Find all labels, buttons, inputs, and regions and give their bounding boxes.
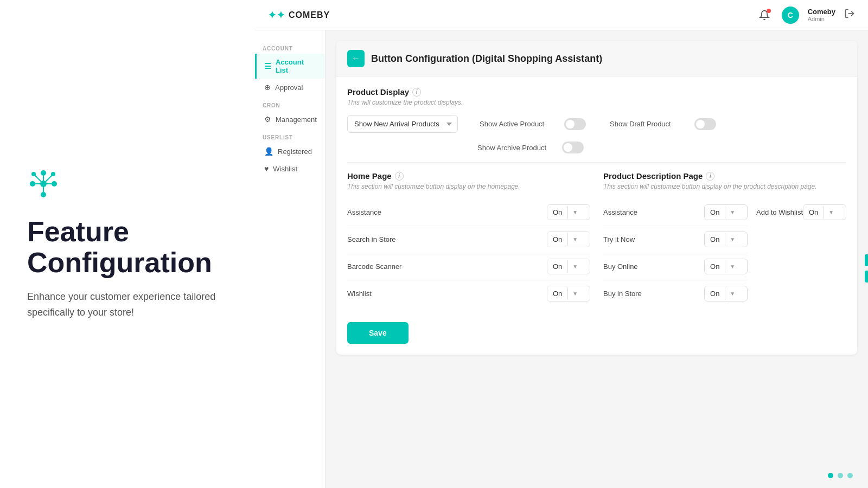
assistance-home-select[interactable]: On ▼ [547, 204, 590, 220]
search-home-select[interactable]: On ▼ [547, 232, 590, 247]
notification-dot [767, 9, 771, 13]
marketing-subtitle: Enhance your customer experience tailore… [27, 289, 228, 320]
product-desc-page-section: Product Description Page i This section … [603, 171, 846, 307]
chevron-down-icon[interactable]: ▼ [567, 206, 582, 219]
select-value: On [705, 232, 725, 247]
home-page-info-icon: i [395, 172, 404, 181]
sidebar-label-userlist: USERLIST [255, 130, 325, 143]
show-active-toggle[interactable] [564, 118, 586, 130]
user-role: Admin [808, 16, 835, 22]
bottom-dots [828, 473, 853, 478]
feature-label: Wishlist [347, 290, 547, 298]
feature-row-try-it-now: Try it Now On ▼ [603, 226, 748, 253]
show-archive-toggle-row: Show Archive Product [477, 142, 586, 153]
approval-icon: ⊕ [264, 83, 271, 92]
dot-2 [838, 473, 843, 478]
feature-label: Add to Wishlist [756, 208, 803, 216]
sidebar-section-account: ACCOUNT ☰ Account List ⊕ Approval [255, 41, 325, 96]
back-button[interactable]: ← [347, 50, 365, 67]
chevron-down-icon[interactable]: ▼ [567, 287, 582, 300]
svg-point-11 [31, 172, 36, 176]
select-value: On [705, 286, 725, 301]
feature-label: Assistance [603, 208, 704, 216]
buy-online-select[interactable]: On ▼ [704, 259, 748, 274]
chevron-down-icon[interactable]: ▼ [725, 260, 739, 273]
show-draft-label: Show Draft Product [610, 120, 686, 128]
feature-row-add-to-wishlist: Add to Wishlist On ▼ [756, 199, 846, 226]
assistance-desc-select[interactable]: On ▼ [704, 204, 748, 220]
toggle-thumb [696, 120, 705, 129]
svg-point-12 [51, 172, 55, 176]
sidebar-item-label: Account List [276, 58, 317, 74]
show-draft-toggle[interactable] [694, 118, 716, 130]
account-list-icon: ☰ [264, 62, 271, 70]
toggle-bg [562, 142, 584, 153]
main-content: ← Button Configuration (Digital Shopping… [326, 30, 868, 488]
add-to-wishlist-select[interactable]: On ▼ [803, 204, 846, 220]
chevron-down-icon[interactable]: ▼ [725, 206, 739, 219]
home-page-section: Home Page i This section will customize … [347, 171, 590, 307]
feature-row-assistance-home: Assistance On ▼ [347, 199, 590, 226]
chevron-down-icon[interactable]: ▼ [567, 233, 582, 246]
select-value: On [547, 205, 567, 220]
app-body: ACCOUNT ☰ Account List ⊕ Approval CRON ⚙… [255, 30, 868, 488]
barcode-home-select[interactable]: On ▼ [547, 259, 590, 274]
buy-in-store-select[interactable]: On ▼ [704, 286, 748, 301]
feature-row-assistance-desc: Assistance On ▼ [603, 199, 748, 226]
product-display-desc: This will customize the product displays… [347, 99, 846, 106]
feature-row-buy-online: Buy Online On ▼ [603, 253, 748, 280]
notification-button[interactable] [756, 7, 773, 24]
registered-icon: 👤 [264, 147, 273, 156]
select-value: On [705, 205, 725, 220]
page-title: Button Configuration (Digital Shopping A… [371, 53, 602, 65]
show-archive-toggle[interactable] [562, 142, 584, 153]
chevron-down-icon[interactable]: ▼ [725, 287, 739, 300]
toggle-bg [694, 118, 716, 130]
toggle-bg [564, 118, 586, 130]
card-header: ← Button Configuration (Digital Shopping… [336, 41, 857, 76]
feature-row-search: Search in Store On ▼ [347, 226, 590, 253]
product-desc-info-icon: i [706, 172, 714, 181]
navbar-right: C Comeby Admin [756, 7, 855, 24]
feature-row-barcode: Barcode Scanner On ▼ [347, 253, 590, 280]
marketing-title: Feature Configuration [27, 216, 228, 278]
sidebar: ACCOUNT ☰ Account List ⊕ Approval CRON ⚙… [255, 30, 326, 488]
side-line-2 [865, 271, 868, 282]
sidebar-item-label: Wishlist [273, 165, 297, 173]
sidebar-item-label: Management [276, 115, 317, 124]
sidebar-item-wishlist[interactable]: ♥ Wishlist [255, 160, 325, 177]
product-display-dropdown[interactable]: Show New Arrival Products Show All Produ… [347, 115, 458, 133]
toggle-thumb [566, 120, 575, 129]
svg-line-10 [43, 175, 52, 184]
wishlist-icon: ♥ [264, 164, 269, 173]
chevron-down-icon[interactable]: ▼ [824, 206, 838, 219]
try-it-now-select[interactable]: On ▼ [704, 232, 748, 247]
chevron-down-icon[interactable]: ▼ [725, 233, 739, 246]
sidebar-item-label: Approval [275, 84, 303, 92]
two-col-layout: Home Page i This section will customize … [347, 171, 846, 307]
dot-3 [847, 473, 853, 478]
left-marketing-panel: Feature Configuration Enhance your custo… [0, 0, 255, 488]
feature-label: Buy in Store [603, 290, 704, 298]
sidebar-item-registered[interactable]: 👤 Registered [255, 143, 325, 160]
feature-label: Barcode Scanner [347, 262, 547, 271]
dot-1 [828, 473, 833, 478]
brand-icon: ✦✦ [268, 9, 285, 21]
brand-logo-icon [27, 168, 60, 200]
user-info: Comeby Admin [808, 8, 835, 22]
sidebar-item-approval[interactable]: ⊕ Approval [255, 79, 325, 96]
page-card: ← Button Configuration (Digital Shopping… [336, 41, 857, 355]
sidebar-item-management[interactable]: ⚙ Management [255, 111, 325, 128]
brand: ✦✦ COMEBY [268, 9, 330, 21]
select-value: On [803, 205, 824, 220]
logout-button[interactable] [844, 8, 855, 22]
card-body: Product Display i This will customize th… [336, 76, 857, 355]
wishlist-home-select[interactable]: On ▼ [547, 286, 590, 301]
feature-label: Assistance [347, 208, 547, 216]
sidebar-item-account-list[interactable]: ☰ Account List [255, 54, 325, 79]
product-desc-features-col: Assistance On ▼ Try it Now [603, 199, 748, 307]
select-value: On [705, 259, 725, 274]
chevron-down-icon[interactable]: ▼ [567, 260, 582, 273]
save-button[interactable]: Save [347, 322, 409, 344]
product-desc-page-title: Product Description Page i [603, 171, 846, 181]
